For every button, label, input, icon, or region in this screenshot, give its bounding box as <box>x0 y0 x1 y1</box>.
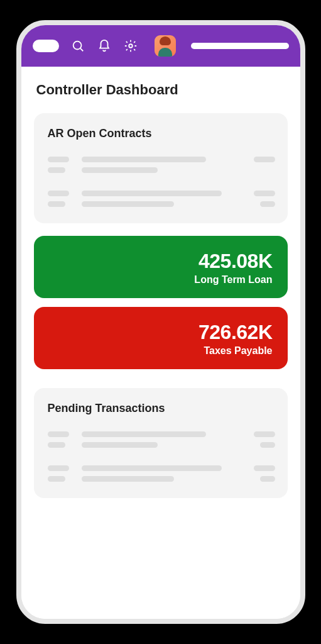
bell-icon[interactable] <box>97 38 112 53</box>
svg-point-2 <box>129 44 133 48</box>
svg-point-0 <box>73 42 81 50</box>
stat-value: 425.08K <box>49 250 273 273</box>
stat-value: 726.62K <box>49 321 273 344</box>
stat-tile-long-term-loan[interactable]: 425.08K Long Term Loan <box>34 236 288 298</box>
card-pending-transactions[interactable]: Pending Transactions <box>34 388 288 498</box>
stat-label: Long Term Loan <box>49 274 273 286</box>
header-progress-bar <box>191 43 289 49</box>
stat-tile-taxes-payable[interactable]: 726.62K Taxes Payable <box>34 307 288 369</box>
status-pill <box>33 40 59 52</box>
avatar[interactable] <box>155 35 176 57</box>
page-title: Controller Dashboard <box>36 82 288 98</box>
skeleton-placeholder <box>48 157 275 207</box>
card-title: Pending Transactions <box>48 402 275 415</box>
device-frame: Controller Dashboard AR Open Contracts 4… <box>16 20 305 624</box>
app-header <box>21 25 300 67</box>
search-icon[interactable] <box>70 38 85 53</box>
stat-label: Taxes Payable <box>49 345 273 357</box>
card-ar-open-contracts[interactable]: AR Open Contracts <box>34 113 288 223</box>
page-content: Controller Dashboard AR Open Contracts 4… <box>21 67 300 619</box>
card-title: AR Open Contracts <box>48 127 275 140</box>
svg-line-1 <box>80 48 83 51</box>
gear-icon[interactable] <box>123 38 138 53</box>
skeleton-placeholder <box>48 431 275 482</box>
